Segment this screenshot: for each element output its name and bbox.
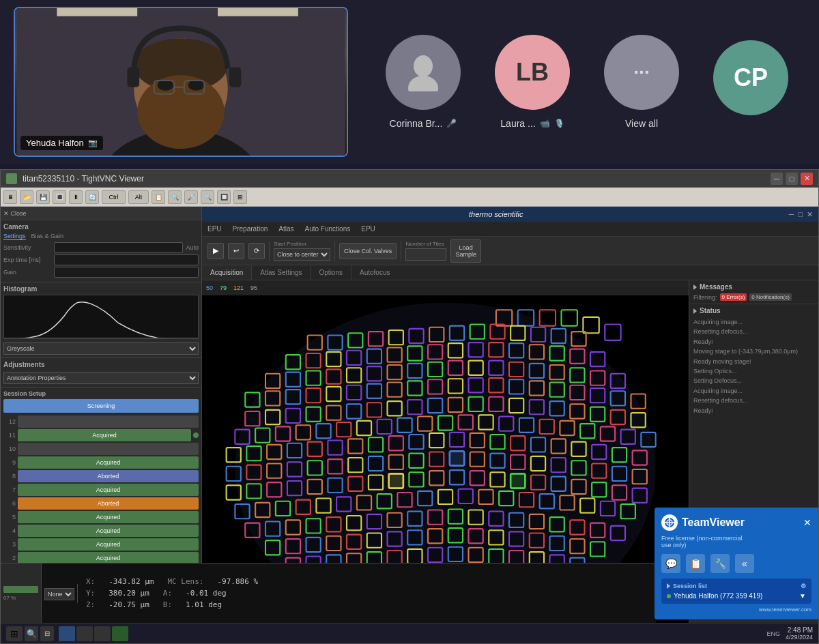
svg-rect-300: [389, 473, 403, 488]
gain-input[interactable]: [54, 267, 199, 278]
task-5-btn[interactable]: Acquired: [18, 511, 199, 523]
task-3-btn[interactable]: Acquired: [18, 538, 199, 551]
display-mode-select[interactable]: None: [44, 588, 74, 600]
messages-header: Messages: [693, 283, 814, 291]
exptime-label: Exp time [ms]: [3, 257, 51, 263]
vnc-maximize-btn[interactable]: □: [786, 173, 798, 185]
task-view-btn[interactable]: ⊟: [40, 626, 54, 641]
tb-icon-12[interactable]: ⊞: [233, 190, 247, 204]
tab-acquisition[interactable]: Acquisition: [202, 265, 252, 280]
tb-icon-7[interactable]: 📋: [152, 190, 165, 204]
view-all-label[interactable]: View all: [625, 118, 658, 129]
tv-collapse-btn[interactable]: «: [735, 554, 754, 573]
tb-icon-1[interactable]: 🖥: [3, 190, 17, 204]
refresh-btn[interactable]: ⟳: [248, 243, 265, 259]
settings-tab[interactable]: Settings: [3, 233, 26, 240]
status-triangle: [693, 308, 697, 314]
annotation-select[interactable]: Annotation Properties: [3, 372, 199, 384]
messages-title: Messages: [700, 283, 732, 291]
tb-icon-5[interactable]: ⏸: [69, 190, 83, 204]
task-11-dot: [193, 433, 199, 438]
task-8-btn[interactable]: Aborted: [18, 470, 199, 482]
tv-logo-icon: [661, 514, 678, 531]
close-col-valves-btn[interactable]: Close Col. Valves: [339, 243, 397, 259]
participant-corinna[interactable]: Corinna Br... 🎤: [386, 35, 461, 129]
status-header: Status: [693, 307, 814, 314]
annotation-row: Annotation Properties: [3, 370, 199, 384]
task-6-btn[interactable]: Aborted: [18, 497, 199, 510]
menu-atlas[interactable]: Atlas: [278, 225, 293, 233]
tv-close-btn[interactable]: ✕: [803, 517, 811, 528]
status-line-2: Resetting defocus...: [693, 327, 814, 336]
menu-auto-functions[interactable]: Auto Functions: [305, 225, 351, 233]
task-4-btn[interactable]: Acquired: [18, 525, 199, 537]
tb-icon-6[interactable]: 🔄: [85, 190, 99, 204]
vnc-minimize-btn[interactable]: ─: [771, 173, 783, 185]
task-11-btn[interactable]: Acquired: [18, 429, 191, 441]
coord-row-3: Z: -20.75 μm B: 1.01 deg: [86, 600, 258, 609]
tb-icon-3[interactable]: 💾: [36, 190, 50, 204]
tb-icon-11[interactable]: 🔲: [217, 190, 231, 204]
tb-icon-8[interactable]: 🔍: [168, 190, 182, 204]
epu-maximize[interactable]: □: [798, 210, 803, 218]
participant-more[interactable]: ··· View all: [604, 35, 679, 129]
load-sample-btn[interactable]: LoadSample: [450, 239, 481, 263]
tb-icon-10[interactable]: 🔍: [201, 190, 214, 204]
tv-header: TeamViewer ✕: [661, 514, 811, 531]
participant-cp[interactable]: CP: [713, 40, 788, 123]
tb-icon-9[interactable]: 🔎: [184, 190, 198, 204]
colormap-select[interactable]: Greyscale: [3, 342, 199, 355]
bias-gain-tab[interactable]: Bias & Gain: [31, 233, 64, 240]
session-expand-btn[interactable]: ▼: [799, 592, 806, 600]
menu-epu[interactable]: EPU: [361, 225, 375, 233]
reset-btn[interactable]: ↩: [228, 243, 244, 259]
participant-laura[interactable]: LB Laura ... 📹 🎙️: [495, 35, 570, 129]
exptime-input[interactable]: [54, 254, 199, 265]
histogram-label: Histogram: [3, 285, 199, 293]
start-button[interactable]: ⊞: [6, 626, 23, 641]
tb-icon-4[interactable]: 🔳: [53, 190, 66, 204]
pinned-app-3[interactable]: [94, 626, 111, 641]
epu-minimize[interactable]: ─: [789, 210, 794, 218]
menu-epu-icon[interactable]: EPU: [207, 225, 222, 233]
tv-settings-btn[interactable]: 🔧: [710, 554, 730, 573]
tab-autofocus[interactable]: Autofocus: [351, 265, 398, 280]
svg-rect-2: [218, 8, 298, 16]
task-7-btn[interactable]: Acquired: [18, 484, 199, 496]
task-12-btn[interactable]: [18, 415, 199, 428]
menu-preparation[interactable]: Preparation: [233, 225, 268, 233]
sensitivity-input[interactable]: [54, 242, 183, 253]
task-9-btn[interactable]: Acquired: [18, 456, 199, 469]
tv-clipboard-btn[interactable]: 📋: [686, 554, 705, 573]
pinned-app-4[interactable]: [112, 626, 128, 641]
z-label: Z:: [86, 600, 95, 609]
pinned-app-2[interactable]: [76, 626, 93, 641]
start-pos-select[interactable]: Close to center: [274, 248, 330, 261]
clock: 2:48 PM 4/29/2024: [786, 626, 813, 641]
tb-alt-btn[interactable]: Alt: [128, 190, 149, 204]
vnc-close-btn[interactable]: ✕: [801, 173, 813, 185]
pinned-app-1[interactable]: [59, 626, 75, 641]
num-tiles-input[interactable]: [405, 248, 446, 261]
svg-point-15: [414, 55, 433, 77]
tv-session-section: Session list ⚙ Yehuda Halfon (772 359 41…: [661, 579, 811, 604]
tv-chat-btn[interactable]: 💬: [661, 554, 680, 573]
mic-icon: 🎙️: [554, 119, 564, 128]
histogram-display: 0.000 2.22 0.485: [3, 295, 199, 339]
search-taskbar-btn[interactable]: 🔍: [25, 626, 38, 641]
tb-icon-2[interactable]: 📂: [20, 190, 33, 204]
status-line-7: Setting Defocus...: [693, 376, 814, 385]
tab-options[interactable]: Options: [311, 265, 351, 280]
tb-ctrl-btn[interactable]: Ctrl: [102, 190, 126, 204]
screening-btn[interactable]: Screening: [3, 399, 199, 413]
task-9: 9 Acquired: [3, 456, 199, 469]
tab-atlas-settings[interactable]: Atlas Settings: [252, 265, 311, 280]
status-line-6: Setting Optics...: [693, 366, 814, 376]
gain-row: Gain: [3, 267, 199, 278]
task-10-btn[interactable]: [18, 443, 199, 455]
play-btn[interactable]: ▶: [207, 243, 224, 259]
session-settings-btn[interactable]: ⚙: [801, 583, 806, 589]
epu-close[interactable]: ✕: [807, 210, 813, 219]
task-7: 7 Acquired: [3, 484, 199, 496]
vnc-title: titan52335110 - TightVNC Viewer: [23, 174, 765, 184]
